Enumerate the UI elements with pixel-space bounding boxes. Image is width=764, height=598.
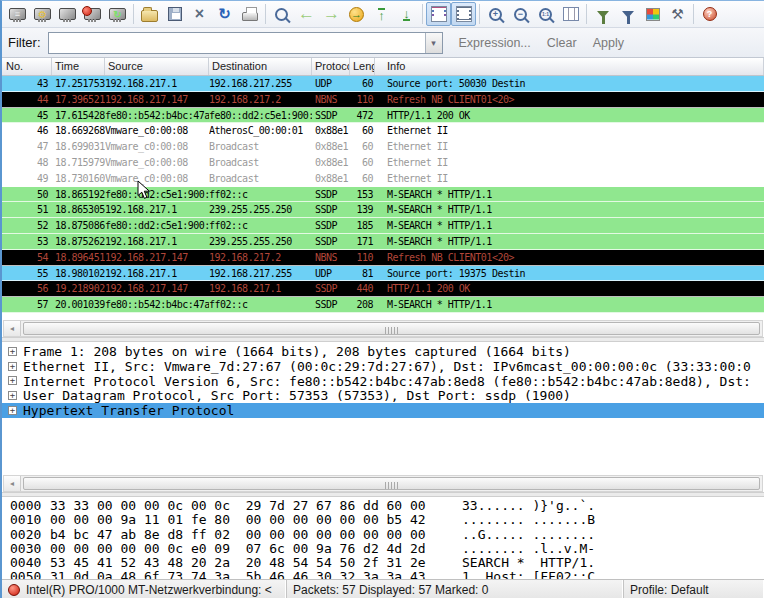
expander-plus-icon[interactable]: + bbox=[8, 391, 17, 400]
hex-row[interactable]: 000033 33 00 00 00 0c 00 0c 29 7d 27 67 … bbox=[2, 499, 764, 513]
coloring-rules-button[interactable] bbox=[640, 2, 665, 26]
detail-row[interactable]: +Hypertext Transfer Protocol bbox=[2, 403, 764, 418]
packet-row[interactable]: 5118.865305192.168.217.1239.255.255.250S… bbox=[2, 202, 764, 218]
capture-start-button[interactable] bbox=[55, 2, 80, 26]
detail-row[interactable]: +Ethernet II, Src: Vmware_7d:27:67 (00:0… bbox=[2, 359, 764, 374]
capture-options-button[interactable]: ⚙ bbox=[30, 2, 55, 26]
cell-length: 60 bbox=[350, 155, 375, 171]
cell-info: Source port: 50030 Destin bbox=[375, 76, 764, 92]
column-header-no[interactable]: No. bbox=[2, 58, 52, 75]
hex-row[interactable]: 0020b4 bc 47 ab 8e d8 ff 02 00 00 00 00 … bbox=[2, 528, 764, 542]
cell-source: 192.168.217.147 bbox=[105, 250, 209, 266]
packet-row[interactable]: 4818.715979Vmware_c0:00:08Broadcast0x88e… bbox=[2, 155, 764, 171]
detail-text: Frame 1: 208 bytes on wire (1664 bits), … bbox=[23, 344, 571, 359]
packet-row[interactable]: 4317.251753192.168.217.1192.168.217.255U… bbox=[2, 76, 764, 92]
packet-row[interactable]: 5018.865192fe80::dd2:c5e1:900:ff02::cSSD… bbox=[2, 187, 764, 203]
packet-row[interactable]: 4618.669268Vmware_c0:00:08AtherosC_00:00… bbox=[2, 123, 764, 139]
cell-protocol: SSDP bbox=[312, 234, 350, 250]
go-to-top-button[interactable]: ↑ bbox=[369, 2, 394, 26]
colorize-button[interactable] bbox=[426, 2, 451, 26]
expander-plus-icon[interactable]: + bbox=[8, 406, 17, 415]
preferences-button[interactable]: ⚒ bbox=[665, 2, 690, 26]
zoom-in-button[interactable]: + bbox=[483, 2, 508, 26]
packet-row[interactable]: 4918.730160Vmware_c0:00:08Broadcast0x88e… bbox=[2, 171, 764, 187]
help-button[interactable]: ? bbox=[697, 2, 722, 26]
detail-row[interactable]: +Frame 1: 208 bytes on wire (1664 bits),… bbox=[2, 344, 764, 359]
cell-source: 192.168.217.1 bbox=[105, 202, 209, 218]
column-header-info[interactable]: Info bbox=[375, 58, 764, 75]
close-button[interactable]: × bbox=[187, 2, 212, 26]
open-button[interactable] bbox=[137, 2, 162, 26]
hex-row[interactable]: 003000 00 00 00 00 0c e0 09 07 6c 00 9a … bbox=[2, 542, 764, 556]
column-header-destination[interactable]: Destination bbox=[209, 58, 312, 75]
go-to-bottom-button[interactable]: ↓ bbox=[394, 2, 419, 26]
capture-restart-button[interactable]: ↻ bbox=[105, 2, 130, 26]
hex-bytes: 33 33 00 00 00 0c 00 0c 29 7d 27 67 86 d… bbox=[50, 499, 462, 513]
packet-row[interactable]: 5418.896451192.168.217.147192.168.217.2N… bbox=[2, 250, 764, 266]
hex-row[interactable]: 004053 45 41 52 43 48 20 2a 20 48 54 54 … bbox=[2, 556, 764, 570]
column-header-length[interactable]: Length bbox=[350, 58, 375, 75]
reload-button[interactable]: ↻ bbox=[212, 2, 237, 26]
column-header-time[interactable]: Time bbox=[52, 58, 105, 75]
zoom-out-button[interactable]: − bbox=[508, 2, 533, 26]
expander-plus-icon[interactable]: + bbox=[8, 362, 17, 371]
scrollbar-thumb[interactable] bbox=[23, 322, 760, 335]
scrollbar-thumb[interactable] bbox=[23, 477, 760, 490]
column-header-source[interactable]: Source bbox=[105, 58, 209, 75]
packet-row[interactable]: 5619.218902192.168.217.147192.168.217.1S… bbox=[2, 281, 764, 297]
expression-button[interactable]: Expression... bbox=[459, 36, 531, 50]
save-button[interactable] bbox=[162, 2, 187, 26]
scroll-left-arrow-icon[interactable]: ◂ bbox=[4, 321, 21, 336]
cell-length: 153 bbox=[350, 187, 375, 203]
expert-info-led-icon[interactable] bbox=[8, 584, 20, 596]
print-button[interactable] bbox=[237, 2, 262, 26]
cell-time: 18.699031 bbox=[52, 139, 105, 155]
cell-no: 56 bbox=[2, 281, 52, 297]
packet-list-hscrollbar[interactable]: ◂ bbox=[3, 320, 763, 337]
toolbar-separator bbox=[479, 4, 480, 24]
cell-info: M-SEARCH * HTTP/1.1 bbox=[375, 187, 764, 203]
hex-bytes: 00 00 00 9a 11 01 fe 80 00 00 00 00 00 0… bbox=[50, 513, 462, 527]
capture-stop-button[interactable] bbox=[80, 2, 105, 26]
cell-time: 18.875262 bbox=[52, 234, 105, 250]
detail-row[interactable]: +User Datagram Protocol, Src Port: 57353… bbox=[2, 388, 764, 403]
cell-destination: Broadcast bbox=[209, 139, 312, 155]
expander-plus-icon[interactable]: + bbox=[8, 347, 17, 356]
go-back-button[interactable]: ← bbox=[294, 2, 319, 26]
cell-source: 192.168.217.1 bbox=[105, 266, 209, 282]
go-forward-button[interactable]: → bbox=[319, 2, 344, 26]
detail-row[interactable]: +Internet Protocol Version 6, Src: fe80:… bbox=[2, 374, 764, 389]
apply-button[interactable]: Apply bbox=[593, 36, 624, 50]
packet-row[interactable]: 5518.980102192.168.217.1192.168.217.255U… bbox=[2, 266, 764, 282]
filter-dropdown-button[interactable]: ▾ bbox=[425, 33, 442, 53]
packet-row[interactable]: 5218.875086fe80::dd2:c5e1:900:ff02::cSSD… bbox=[2, 218, 764, 234]
cell-protocol: 0x88e1 bbox=[312, 171, 350, 187]
cell-time: 18.865192 bbox=[52, 187, 105, 203]
packet-row[interactable]: 4718.699031Vmware_c0:00:08Broadcast0x88e… bbox=[2, 139, 764, 155]
hex-row[interactable]: 005031 0d 0a 48 6f 73 74 3a 5b 46 46 30 … bbox=[2, 570, 764, 579]
details-hscrollbar[interactable]: ◂ bbox=[3, 475, 763, 492]
expander-plus-icon[interactable]: + bbox=[8, 376, 17, 385]
packet-row[interactable]: 4417.396521192.168.217.147192.168.217.2N… bbox=[2, 92, 764, 108]
go-to-packet-icon: → bbox=[349, 7, 364, 22]
column-header-protocol[interactable]: Protocol bbox=[312, 58, 350, 75]
hex-ascii: ........ .l..v.M- bbox=[462, 542, 764, 556]
detail-text: Hypertext Transfer Protocol bbox=[23, 403, 234, 418]
clear-button[interactable]: Clear bbox=[547, 36, 577, 50]
resize-columns-button[interactable] bbox=[558, 2, 583, 26]
go-to-packet-button[interactable]: → bbox=[344, 2, 369, 26]
packet-row[interactable]: 5720.001039fe80::b542:b4bc:47aff02::cSSD… bbox=[2, 297, 764, 313]
go-to-top-icon: ↑ bbox=[378, 8, 385, 21]
scroll-left-arrow-icon[interactable]: ◂ bbox=[4, 476, 21, 491]
display-filters-button[interactable] bbox=[615, 2, 640, 26]
interfaces-button[interactable]: ≡ bbox=[5, 2, 30, 26]
zoom-1-1-button[interactable]: 1:1 bbox=[533, 2, 558, 26]
hex-row[interactable]: 001000 00 00 9a 11 01 fe 80 00 00 00 00 … bbox=[2, 513, 764, 527]
packet-row[interactable]: 5318.875262192.168.217.1239.255.255.250S… bbox=[2, 234, 764, 250]
filter-input[interactable] bbox=[49, 33, 425, 53]
autoscroll-button[interactable] bbox=[451, 2, 476, 26]
cell-length: 139 bbox=[350, 202, 375, 218]
find-button[interactable] bbox=[269, 2, 294, 26]
packet-row[interactable]: 4517.615428fe80::b542:b4bc:47afe80::dd2:… bbox=[2, 108, 764, 124]
capture-filters-button[interactable] bbox=[590, 2, 615, 26]
